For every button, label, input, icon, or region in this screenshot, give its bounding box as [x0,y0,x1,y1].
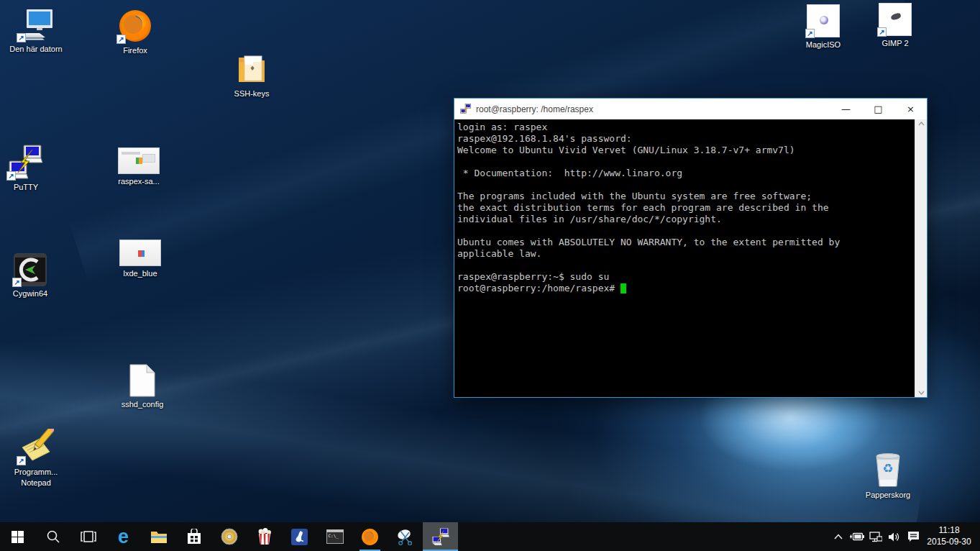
search-icon [46,529,60,544]
terminal-scrollback: login as: raspexraspex@192.168.1.84's pa… [457,122,912,271]
desktop-icon-this-pc[interactable]: ↗ Den här datorn [7,6,65,55]
desktop-icon-ssh-keys[interactable]: ♦ SSH-keys [223,50,280,99]
terminal-screen[interactable]: login as: raspexraspex@192.168.1.84's pa… [454,119,915,397]
putty-icon [431,527,450,546]
scroll-up-icon[interactable] [918,122,925,126]
blue-app-button[interactable] [282,522,317,551]
edge-icon: e [118,527,129,547]
image-thumbnail-icon [119,230,161,266]
svg-text:♻: ♻ [882,461,893,475]
desktop-icon-label: PuTTY [14,182,38,193]
scroll-down-icon[interactable] [918,391,925,395]
store-button[interactable] [176,522,211,551]
desktop[interactable]: ↗ Den här datorn ↗ Firefox [0,0,980,551]
volume-icon [888,532,901,542]
system-tray: 11:18 2015-09-30 [829,522,980,551]
shortcut-arrow-icon: ↗ [17,456,26,465]
window-title: root@raspberry: /home/raspex [476,104,830,114]
clock-time: 11:18 [925,525,973,537]
firefox-icon: ↗ [118,7,152,43]
store-icon [187,529,201,545]
action-center-button[interactable] [904,522,922,551]
desktop-icon-label: lxde_blue [123,268,157,279]
minimize-button[interactable]: — [830,99,862,119]
firefox-icon [361,528,379,546]
desktop-icon-recycle-bin[interactable]: ♻ Papperskorg [859,452,917,501]
popcorn-time-icon [257,528,272,545]
image-thumbnail-icon [118,138,160,174]
hidden-icons-chevron-icon [834,534,843,539]
network-button[interactable] [866,522,885,551]
edge-button[interactable]: e [106,522,141,551]
desktop-icon-gimp2[interactable]: ↗ GIMP 2 [866,0,924,49]
window-titlebar[interactable]: root@raspberry: /home/raspex — □ × [454,99,927,119]
hidden-icons-button[interactable] [829,522,848,551]
desktop-icon-label: Programm... Notepad [9,467,63,488]
battery-button[interactable] [848,522,866,551]
desktop-icon-label: Firefox [123,45,147,56]
terminal-cursor [620,283,626,293]
cygwin-icon: ↗ [14,250,47,286]
desktop-icon-label: GIMP 2 [881,38,908,49]
taskbar-clock[interactable]: 11:18 2015-09-30 [922,525,976,547]
document-icon [129,361,155,397]
desktop-icon-magiciso[interactable]: ↗ MagicISO [794,1,852,50]
desktop-icon-label: sshd_config [122,399,164,410]
task-view-button[interactable] [70,522,106,551]
disc-burner-icon [221,528,238,545]
popcorn-time-button[interactable] [247,522,282,551]
desktop-icon-putty[interactable]: ↗ PuTTY [0,144,52,193]
battery-icon [849,532,865,542]
desktop-icon-label: raspex-sa... [118,176,159,187]
close-button[interactable]: × [894,99,927,119]
desktop-icon-label: Papperskorg [866,490,910,501]
desktop-icon-label: SSH-keys [234,88,270,99]
svg-text:C:\_: C:\_ [328,533,339,539]
shortcut-arrow-icon: ↗ [877,27,887,37]
terminal-scrollbar[interactable] [915,119,927,397]
firefox-taskbar-button[interactable] [352,522,388,551]
task-view-icon [81,531,96,542]
command-prompt-icon: C:\_ [326,529,344,544]
action-center-icon [907,531,920,542]
terminal-last-command: raspex@raspberry:~$ sudo su [457,271,912,283]
command-prompt-button[interactable]: C:\_ [317,522,352,551]
desktop-icon-label: Cygwin64 [13,288,47,299]
volume-button[interactable] [885,522,904,551]
search-button[interactable] [35,522,70,551]
file-explorer-button[interactable] [141,522,176,551]
maximize-button[interactable]: □ [862,99,894,119]
shortcut-arrow-icon: ↗ [805,29,815,38]
start-icon [12,531,24,543]
desktop-icon-label: Den här datorn [9,44,62,55]
desktop-icon-cygwin64[interactable]: ↗ Cygwin64 [1,250,59,299]
desktop-icon-notepad[interactable]: ↗ Programm... Notepad [7,429,65,488]
terminal-prompt: root@raspberry:/home/raspex# [457,283,620,293]
shortcut-arrow-icon: ↗ [6,171,16,181]
desktop-icon-lxde-blue[interactable]: lxde_blue [109,230,171,279]
file-explorer-icon [150,529,168,544]
gimp-icon: ↗ [879,0,912,36]
snipping-tool-button[interactable] [388,522,423,551]
shortcut-arrow-icon: ↗ [12,278,22,287]
desktop-icon-label: MagicISO [806,40,841,50]
terminal-prompt-line: root@raspberry:/home/raspex# [457,283,912,294]
disc-burner-button[interactable] [211,522,247,551]
blue-app-icon [291,529,308,545]
start-button[interactable] [0,522,35,551]
taskbar: e [0,522,980,551]
snipping-tool-icon [396,528,415,545]
notepad-icon: ↗ [18,429,54,465]
desktop-icon-firefox[interactable]: ↗ Firefox [106,7,164,56]
recycle-bin-icon: ♻ [871,452,905,488]
shortcut-arrow-icon: ↗ [116,35,126,44]
magiciso-icon: ↗ [807,1,840,37]
putty-taskbar-button[interactable] [423,522,458,551]
folder-icon: ♦ [234,50,269,86]
desktop-icon-sshd-config[interactable]: sshd_config [114,361,171,410]
putty-window: root@raspberry: /home/raspex — □ × login… [454,98,928,398]
shortcut-arrow-icon: ↗ [17,33,26,42]
network-icon [869,532,882,542]
desktop-icon-raspex-image[interactable]: raspex-sa... [108,138,170,187]
putty-window-icon [460,104,472,115]
